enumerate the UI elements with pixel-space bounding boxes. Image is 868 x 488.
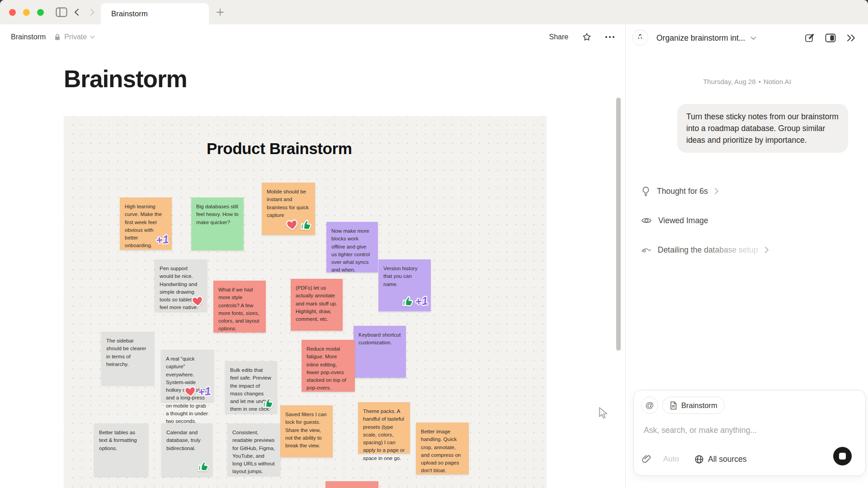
mention-button[interactable]: @ — [641, 397, 658, 414]
ai-panel-header: Organize brainstorm int... — [626, 24, 868, 52]
sticky-note: Keyboard shortcut customization. — [354, 326, 406, 378]
sticky-note: Smarter search chips. — [326, 481, 378, 488]
sidebar-icon — [56, 7, 67, 17]
chevron-right-icon — [88, 8, 96, 16]
sticky-note-text: Big databases still feel heavy. How to m… — [196, 203, 239, 226]
sticky-note-text: The sidebar should be clearer in terms o… — [106, 337, 149, 368]
chevron-down-icon — [90, 35, 95, 39]
plus-icon — [216, 8, 225, 17]
double-chevron-right-icon — [846, 34, 856, 42]
sticky-note: Mobile should be instant and brainless f… — [262, 183, 315, 235]
editor-toolbar: Brainstorm Private Share — [0, 24, 625, 50]
sticky-note-text: Keyboard shortcut customization. — [359, 331, 401, 347]
share-button[interactable]: Share — [549, 33, 569, 41]
ai-input-box: @ Brainstorm Auto All sources — [633, 390, 866, 476]
sticky-note: What if we had more style controls? A fe… — [213, 281, 266, 333]
ai-step-row: Viewed Image — [641, 213, 769, 228]
ai-step-row[interactable]: Thought for 6s — [641, 183, 769, 199]
mouse-cursor — [598, 407, 609, 420]
document-icon — [670, 401, 677, 410]
sticky-note-text: Better image handling. Quick crop, annot… — [421, 428, 464, 475]
forward-button[interactable] — [85, 5, 100, 20]
sticky-note: A real "quick capture" everywhere. Syste… — [161, 350, 214, 402]
loop-icon — [641, 246, 651, 254]
chevron-right-icon — [714, 188, 719, 195]
plus-one-sticker: +1 — [415, 294, 429, 309]
dot-separator: • — [759, 78, 761, 85]
auto-mode-button[interactable]: Auto — [663, 455, 679, 464]
editor-area: Brainstorm Private Share Brainstorm Prod… — [0, 24, 626, 488]
breadcrumb[interactable]: Brainstorm — [11, 33, 46, 41]
sticker-row: +1 — [184, 385, 211, 398]
tab-brainstorm[interactable]: Brainstorm — [101, 3, 209, 24]
eye-icon — [641, 216, 652, 225]
minimize-button[interactable] — [23, 9, 30, 16]
heart-sticker-icon — [190, 294, 205, 309]
sticky-note: Saved filters I can lock for guests. Sha… — [280, 405, 333, 457]
sticky-note: High learning curve. Make the first week… — [120, 197, 172, 250]
sticker-row: +1 — [156, 233, 169, 246]
attach-button[interactable] — [642, 454, 651, 464]
canvas-title: Product Brainstorm — [207, 140, 352, 158]
paperclip-icon — [642, 454, 651, 464]
context-chip[interactable]: Brainstorm — [662, 397, 725, 414]
compose-icon — [805, 33, 815, 43]
tab-bar: Brainstorm — [0, 0, 868, 24]
ai-panel: Organize brainstorm int... Thursday, Aug… — [626, 24, 868, 488]
sticky-note: Theme packs. A handful of tasteful prese… — [358, 402, 410, 454]
tab-title: Brainstorm — [111, 9, 148, 18]
new-chat-button[interactable] — [805, 33, 815, 43]
thumbs-up-sticker-icon — [401, 294, 415, 308]
sticky-note-text: Mobile should be instant and brainless f… — [267, 188, 310, 219]
whiteboard-canvas[interactable]: Product Brainstorm High learning curve. … — [64, 116, 547, 488]
sticky-note-text: Better tables as text & formatting optio… — [99, 429, 143, 452]
sources-button[interactable]: All sources — [694, 455, 747, 464]
more-button[interactable] — [605, 36, 614, 38]
chevron-down-icon — [750, 36, 756, 40]
chevron-left-icon — [73, 8, 81, 16]
user-message-bubble: Turn these sticky notes from our brainst… — [677, 104, 848, 153]
stop-button[interactable] — [833, 447, 852, 465]
thread-title: Organize brainstorm int... — [656, 33, 745, 43]
sticky-note-text: What if we had more style controls? A fe… — [218, 286, 261, 333]
sticky-note: Consistent, readable previews for GitHub… — [227, 423, 280, 475]
sticky-note: Big databases still feel heavy. How to m… — [191, 197, 244, 250]
ellipsis-icon — [605, 36, 614, 38]
sticker-row — [197, 460, 210, 473]
sticky-note: Calendar and database, truly bidirection… — [161, 423, 212, 476]
favorite-button[interactable] — [582, 32, 592, 42]
sticky-note: Better image handling. Quick crop, annot… — [416, 422, 469, 474]
sidebar-toggle-button[interactable] — [54, 5, 69, 20]
sticky-note: Version history that you can name.+1 — [378, 259, 431, 311]
sticky-note-text: Saved filters I can lock for guests. Sha… — [285, 411, 328, 450]
privacy-label: Private — [64, 33, 87, 41]
plus-one-sticker: +1 — [198, 385, 212, 399]
sticky-note: Reduce modal fatigue. More inline editin… — [302, 340, 355, 392]
thread-title-dropdown[interactable]: Organize brainstorm int... — [656, 24, 756, 52]
sources-label: All sources — [708, 455, 747, 464]
panel-layout-button[interactable] — [825, 33, 836, 42]
ai-input-toolbar: Auto All sources — [634, 449, 865, 469]
close-button[interactable] — [9, 9, 16, 16]
thumbs-up-sticker-icon — [299, 218, 313, 232]
ai-step-label: Thought for 6s — [657, 187, 708, 196]
collapse-panel-button[interactable] — [846, 34, 856, 42]
sticker-row — [191, 295, 204, 308]
sticker-row: +1 — [401, 295, 428, 308]
scrollbar[interactable] — [616, 98, 621, 351]
ai-step-row[interactable]: Detailing the database setup — [641, 242, 769, 258]
back-button[interactable] — [69, 5, 85, 20]
heart-sticker-icon — [183, 385, 198, 399]
privacy-dropdown[interactable]: Private — [54, 33, 95, 41]
zoom-button[interactable] — [37, 9, 44, 16]
thread-date-line: Thursday, Aug 28•Notion AI — [626, 78, 868, 85]
ai-step-label: Detailing the database setup — [658, 245, 758, 255]
page-title[interactable]: Brainstorm — [64, 65, 625, 93]
thumbs-up-sticker-icon — [261, 396, 275, 410]
sticky-note: Now make more blocks work offline and gi… — [326, 222, 378, 272]
ai-prompt-input[interactable] — [644, 426, 838, 435]
stop-square-icon — [839, 453, 846, 460]
panel-toggle-icon — [825, 33, 836, 42]
new-tab-button[interactable] — [212, 5, 228, 19]
ai-step-label: Viewed Image — [658, 216, 708, 225]
